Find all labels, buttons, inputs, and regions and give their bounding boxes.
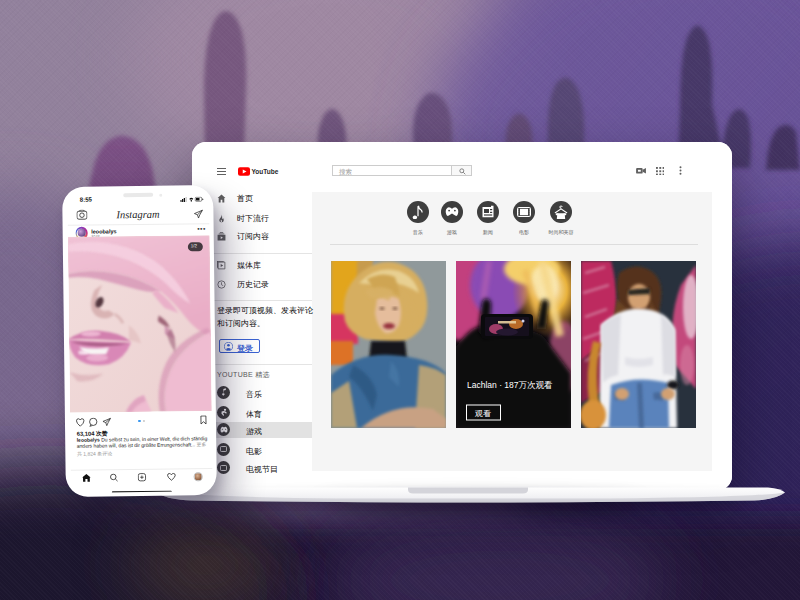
svg-text:Lachlan · 187万次观看: Lachlan · 187万次观看 [467,380,553,390]
svg-text:YouTube: YouTube [252,167,279,174]
svg-text:观看: 观看 [474,409,491,418]
